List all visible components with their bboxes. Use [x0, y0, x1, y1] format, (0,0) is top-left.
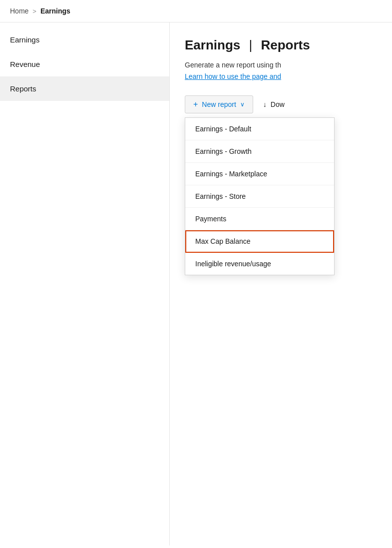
breadcrumb-current: Earnings — [40, 7, 70, 15]
dropdown-item-label: Earnings - Store — [195, 192, 246, 200]
sidebar-item-label: Earnings — [10, 35, 39, 44]
download-button[interactable]: ↓ Dow — [255, 96, 293, 112]
chevron-down-icon: ∨ — [240, 101, 245, 108]
page-title-sub: Reports — [261, 37, 310, 52]
dropdown-item-earnings-default[interactable]: Earnings - Default — [185, 118, 334, 140]
dropdown-item-label: Earnings - Growth — [195, 147, 252, 155]
dropdown-item-earnings-store[interactable]: Earnings - Store — [185, 185, 334, 208]
sidebar: Earnings Revenue Reports — [0, 22, 170, 546]
main-layout: Earnings Revenue Reports Earnings | Repo… — [0, 22, 392, 546]
dropdown-item-label: Earnings - Marketplace — [195, 170, 267, 178]
toolbar: + New report ∨ ↓ Dow Earnings - Default … — [185, 95, 377, 113]
page-title: Earnings | Reports — [185, 37, 377, 53]
sidebar-item-revenue[interactable]: Revenue — [0, 52, 169, 76]
sidebar-item-label: Reports — [10, 84, 36, 93]
dropdown-item-earnings-marketplace[interactable]: Earnings - Marketplace — [185, 163, 334, 185]
breadcrumb-home[interactable]: Home — [10, 7, 28, 15]
sidebar-item-earnings[interactable]: Earnings — [0, 27, 169, 52]
sidebar-item-label: Revenue — [10, 60, 40, 68]
sidebar-item-reports[interactable]: Reports — [0, 76, 169, 101]
breadcrumb-separator: > — [32, 7, 36, 15]
dropdown-item-payments[interactable]: Payments — [185, 208, 334, 230]
dropdown-item-earnings-growth[interactable]: Earnings - Growth — [185, 140, 334, 163]
dropdown-item-label: Payments — [195, 215, 226, 223]
dropdown-item-ineligible-revenue[interactable]: Ineligible revenue/usage — [185, 253, 334, 275]
dropdown-item-label: Ineligible revenue/usage — [195, 260, 271, 268]
plus-icon: + — [193, 100, 198, 109]
dropdown-menu: Earnings - Default Earnings - Growth Ear… — [185, 117, 335, 275]
dropdown-item-label: Max Cap Balance — [195, 237, 251, 245]
page-title-main: Earnings — [185, 37, 240, 52]
download-label: Dow — [271, 100, 285, 108]
description-text: Generate a new report using th — [185, 60, 377, 70]
breadcrumb: Home > Earnings — [0, 0, 392, 22]
download-icon: ↓ — [263, 100, 267, 108]
page-title-separator: | — [249, 37, 252, 52]
dropdown-item-max-cap-balance[interactable]: Max Cap Balance — [185, 230, 334, 253]
new-report-button[interactable]: + New report ∨ — [185, 95, 253, 113]
learn-link[interactable]: Learn how to use the page and — [185, 72, 377, 80]
dropdown-item-label: Earnings - Default — [195, 125, 251, 133]
new-report-label: New report — [202, 100, 236, 108]
main-content: Earnings | Reports Generate a new report… — [170, 22, 392, 546]
